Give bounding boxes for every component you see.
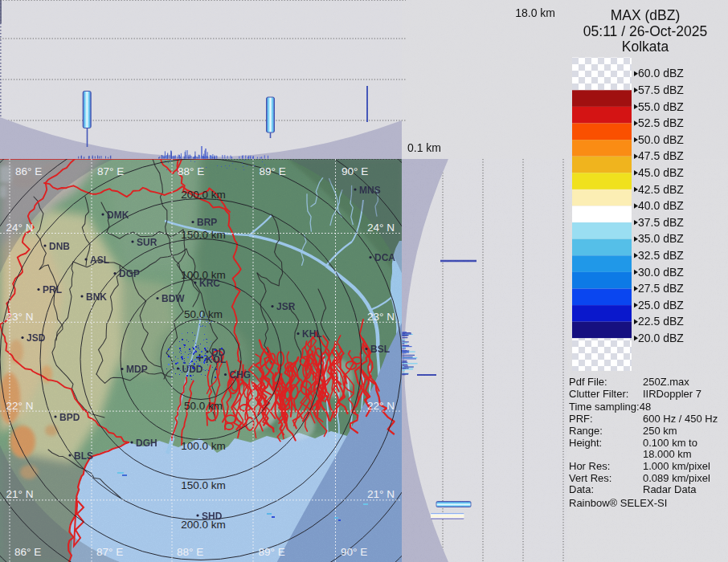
svg-text:32.5 dBZ: 32.5 dBZ	[638, 249, 684, 262]
svg-text:Kolkata: Kolkata	[622, 39, 669, 55]
svg-text:52.5 dBZ: 52.5 dBZ	[638, 116, 684, 129]
svg-text:05:11 / 26-Oct-2025: 05:11 / 26-Oct-2025	[583, 23, 707, 39]
svg-text:MAX (dBZ): MAX (dBZ)	[611, 7, 681, 23]
svg-text:PRF:: PRF:	[569, 413, 593, 425]
svg-text:47.5 dBZ: 47.5 dBZ	[638, 149, 684, 162]
svg-text:50.0 dBZ: 50.0 dBZ	[638, 133, 684, 146]
svg-text:55.0 dBZ: 55.0 dBZ	[638, 100, 684, 113]
svg-text:Vert Res:: Vert Res:	[569, 472, 611, 484]
svg-text:Time sampling:48: Time sampling:48	[569, 401, 651, 413]
svg-text:22.5 dBZ: 22.5 dBZ	[638, 315, 684, 328]
svg-text:37.5 dBZ: 37.5 dBZ	[638, 216, 684, 229]
svg-text:45.0 dBZ: 45.0 dBZ	[638, 166, 684, 179]
svg-text:Range:: Range:	[569, 425, 603, 437]
svg-text:1.000 km/pixel: 1.000 km/pixel	[643, 460, 710, 472]
svg-text:18.0 km: 18.0 km	[515, 6, 555, 19]
svg-text:27.5 dBZ: 27.5 dBZ	[638, 282, 684, 295]
svg-text:40.0 dBZ: 40.0 dBZ	[638, 199, 684, 212]
svg-text:Height:: Height:	[569, 437, 602, 449]
svg-text:Hor Res:: Hor Res:	[569, 460, 610, 472]
svg-text:42.5 dBZ: 42.5 dBZ	[638, 183, 684, 196]
svg-text:60.0 dBZ: 60.0 dBZ	[638, 67, 684, 79]
svg-text:250Z.max: 250Z.max	[643, 376, 689, 388]
svg-text:250 km: 250 km	[643, 425, 677, 437]
svg-text:Pdf File:: Pdf File:	[569, 376, 607, 388]
svg-text:20.0 dBZ: 20.0 dBZ	[638, 332, 684, 344]
svg-text:35.0 dBZ: 35.0 dBZ	[638, 232, 684, 245]
svg-text:Radar Data: Radar Data	[643, 483, 697, 495]
svg-text:57.5 dBZ: 57.5 dBZ	[638, 83, 684, 96]
svg-text:18.000 km: 18.000 km	[643, 448, 692, 460]
svg-text:30.0 dBZ: 30.0 dBZ	[638, 266, 684, 279]
svg-text:IIRDoppler 7: IIRDoppler 7	[643, 388, 701, 400]
svg-text:Rainbow® SELEX-SI: Rainbow® SELEX-SI	[569, 497, 667, 509]
svg-text:Data:: Data:	[569, 483, 594, 495]
svg-text:600 Hz / 450 Hz: 600 Hz / 450 Hz	[643, 413, 718, 425]
svg-text:25.0 dBZ: 25.0 dBZ	[638, 299, 684, 312]
svg-text:0.089 km/pixel: 0.089 km/pixel	[643, 472, 710, 484]
svg-text:Clutter Filter:: Clutter Filter:	[569, 388, 628, 400]
svg-text:0.100 km to: 0.100 km to	[643, 437, 697, 449]
svg-text:0.1 km: 0.1 km	[407, 141, 441, 154]
